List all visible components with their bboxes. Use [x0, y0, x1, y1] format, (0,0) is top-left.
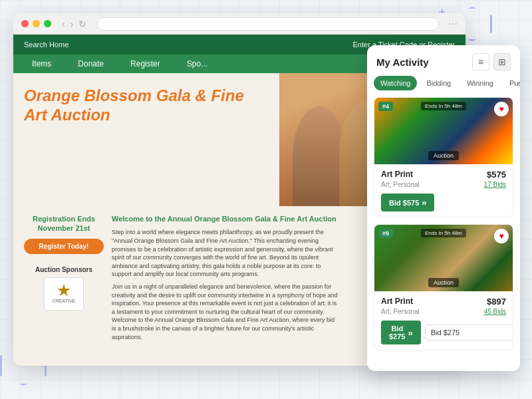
url-bar[interactable] [97, 17, 439, 31]
forward-icon[interactable]: › [70, 19, 74, 29]
nav-donate[interactable]: Donate [65, 55, 117, 73]
hero-left: Orange Blossom Gala & Fine Art Auction [13, 73, 279, 206]
tab-winning[interactable]: Winning [460, 76, 500, 90]
card-1-title: Art Print [381, 170, 413, 179]
card-2-bid-button[interactable]: Bid $275 » [381, 321, 421, 344]
card-1-bids[interactable]: 17 Bids [484, 181, 506, 188]
card-2-subtitle: Art, Personal [381, 308, 420, 315]
card-2-badge: #9 [378, 229, 393, 238]
card-2-actions: Bid $275 » [381, 321, 506, 344]
card-1-favorite-button[interactable]: ♥ [494, 102, 509, 116]
card-2-image: #9 Ends In 5h 48m Auction ♥ [374, 225, 513, 291]
card-2-bids[interactable]: 45 Bids [484, 308, 506, 315]
tab-watching[interactable]: Watching [374, 76, 417, 90]
card-1-timer: Ends In 5h 48m [421, 102, 466, 110]
browser-nav: ‹ › ↻ [62, 19, 86, 29]
card-2-title-row: Art Print $897 [381, 297, 506, 307]
card-1-subtitle: Art, Personal [381, 181, 420, 188]
card-2-body: Art Print $897 Art, Personal 45 Bids Bid… [374, 291, 513, 350]
sponsors-title: Auction Sponsors [24, 266, 104, 273]
registration-box: Registration Ends November 21st Register… [24, 214, 104, 351]
card-2-timer: Ends In 5h 48m [421, 229, 466, 237]
card-1-title-row: Art Print $575 [381, 170, 506, 180]
grid-view-button[interactable]: ⊞ [493, 53, 511, 70]
welcome-body-2: Join us in a night of unparalleled elega… [112, 283, 340, 341]
card-1-badge: #4 [378, 102, 393, 111]
tab-bidding[interactable]: Bidding [420, 76, 458, 90]
panel-view-icons: ≡ ⊞ [472, 53, 511, 70]
close-button[interactable] [21, 20, 29, 27]
search-home-link[interactable]: Search Home [24, 41, 68, 49]
maximize-button[interactable] [44, 20, 51, 27]
card-1-body: Art Print $575 Art, Personal 17 Bids Bid… [374, 164, 513, 217]
chevron-right-icon-2: » [408, 328, 412, 338]
person-1 [293, 106, 346, 206]
card-1-image: #4 Ends In 5h 48m Auction ♥ [374, 98, 513, 164]
panel-header: My Activity ≡ ⊞ [367, 45, 520, 76]
auction-card-2: #9 Ends In 5h 48m Auction ♥ Art Print $8… [374, 224, 513, 350]
card-2-favorite-button[interactable]: ♥ [494, 229, 509, 243]
chevron-right-icon: » [422, 198, 426, 207]
back-icon[interactable]: ‹ [62, 19, 65, 29]
browser-menu-icon[interactable]: ⋯ [448, 19, 458, 29]
sponsor-icon [57, 284, 70, 297]
welcome-section: Welcome to the Annual Orange Blossom Gal… [112, 214, 340, 351]
activity-panel: My Activity ≡ ⊞ Watching Bidding Winning… [367, 45, 520, 371]
card-1-price: $575 [487, 170, 506, 180]
card-2-bid-input[interactable] [425, 325, 513, 340]
panel-title: My Activity [376, 57, 429, 68]
card-1-type: Auction [428, 151, 459, 160]
hero-title: Orange Blossom Gala & Fine Art Auction [24, 86, 269, 125]
nav-items[interactable]: Items [19, 55, 65, 73]
list-icon: ≡ [478, 57, 483, 67]
register-today-button[interactable]: Register Today! [24, 239, 104, 254]
welcome-body-1: Step into a world where elegance meets p… [112, 228, 340, 279]
list-view-button[interactable]: ≡ [472, 53, 489, 70]
registration-ends-label: Registration Ends November 21st [24, 214, 104, 233]
browser-titlebar: ‹ › ↻ ⋯ [13, 13, 466, 35]
grid-icon: ⊞ [498, 57, 506, 67]
minimize-button[interactable] [33, 20, 40, 27]
nav-register[interactable]: Register [117, 55, 174, 73]
card-2-type: Auction [428, 278, 459, 287]
panel-tabs: Watching Bidding Winning Purchases [367, 76, 520, 90]
card-2-price: $897 [487, 297, 506, 307]
welcome-title: Welcome to the Annual Orange Blossom Gal… [112, 214, 340, 224]
reload-icon[interactable]: ↻ [78, 19, 86, 29]
nav-sponsors[interactable]: Spo... [174, 55, 221, 73]
card-2-title: Art Print [381, 297, 413, 306]
auction-card-1: #4 Ends In 5h 48m Auction ♥ Art Print $5… [374, 97, 513, 217]
tab-purchases[interactable]: Purchases [503, 76, 520, 90]
card-1-actions: Bid $575 » [381, 194, 506, 211]
card-1-bid-button[interactable]: Bid $575 » [381, 194, 434, 211]
sponsor-logo: CREATIVE [44, 277, 84, 311]
